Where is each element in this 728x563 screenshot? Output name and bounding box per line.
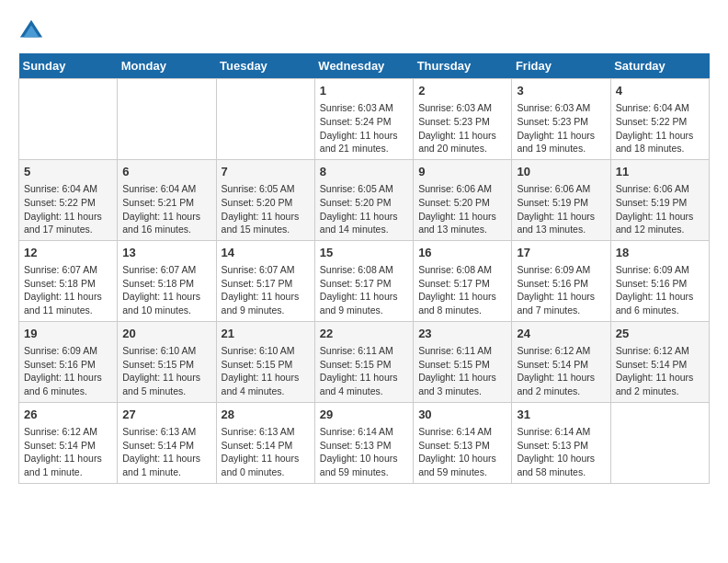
calendar-cell: 3Sunrise: 6:03 AMSunset: 5:23 PMDaylight… [512,79,610,160]
week-row-2: 5Sunrise: 6:04 AMSunset: 5:22 PMDaylight… [19,159,710,240]
day-header-sunday: Sunday [19,53,118,79]
calendar-cell: 11Sunrise: 6:06 AMSunset: 5:19 PMDayligh… [610,159,709,240]
calendar-cell: 17Sunrise: 6:09 AMSunset: 5:16 PMDayligh… [512,240,610,321]
day-number: 11 [616,164,704,180]
calendar-cell: 28Sunrise: 6:13 AMSunset: 5:14 PMDayligh… [216,402,314,483]
day-number: 7 [222,164,310,180]
calendar-cell: 10Sunrise: 6:06 AMSunset: 5:19 PMDayligh… [512,159,610,240]
day-info: Sunrise: 6:08 AMSunset: 5:17 PMDaylight:… [418,263,506,317]
day-info: Sunrise: 6:12 AMSunset: 5:14 PMDaylight:… [24,425,112,479]
day-number: 12 [24,245,112,261]
day-info: Sunrise: 6:11 AMSunset: 5:15 PMDaylight:… [320,344,408,398]
day-header-wednesday: Wednesday [314,53,413,79]
calendar-cell: 23Sunrise: 6:11 AMSunset: 5:15 PMDayligh… [414,321,512,402]
day-info: Sunrise: 6:06 AMSunset: 5:19 PMDaylight:… [517,182,605,236]
week-row-4: 19Sunrise: 6:09 AMSunset: 5:16 PMDayligh… [19,321,710,402]
day-info: Sunrise: 6:10 AMSunset: 5:15 PMDaylight:… [122,344,210,398]
day-number: 5 [24,164,112,180]
day-info: Sunrise: 6:06 AMSunset: 5:19 PMDaylight:… [616,182,704,236]
day-info: Sunrise: 6:13 AMSunset: 5:14 PMDaylight:… [222,425,310,479]
day-number: 19 [24,326,112,342]
calendar-cell: 30Sunrise: 6:14 AMSunset: 5:13 PMDayligh… [414,402,512,483]
day-info: Sunrise: 6:03 AMSunset: 5:23 PMDaylight:… [418,101,506,155]
day-number: 29 [320,407,408,423]
week-row-3: 12Sunrise: 6:07 AMSunset: 5:18 PMDayligh… [19,240,710,321]
day-info: Sunrise: 6:07 AMSunset: 5:18 PMDaylight:… [24,263,112,317]
day-number: 9 [418,164,506,180]
day-number: 26 [24,407,112,423]
day-info: Sunrise: 6:10 AMSunset: 5:15 PMDaylight:… [222,344,310,398]
page-header [18,18,710,44]
day-number: 13 [122,245,210,261]
day-info: Sunrise: 6:14 AMSunset: 5:13 PMDaylight:… [418,425,506,479]
day-info: Sunrise: 6:11 AMSunset: 5:15 PMDaylight:… [418,344,506,398]
calendar-cell: 4Sunrise: 6:04 AMSunset: 5:22 PMDaylight… [610,79,709,160]
day-info: Sunrise: 6:07 AMSunset: 5:17 PMDaylight:… [222,263,310,317]
day-info: Sunrise: 6:09 AMSunset: 5:16 PMDaylight:… [24,344,112,398]
calendar-cell: 2Sunrise: 6:03 AMSunset: 5:23 PMDaylight… [414,79,512,160]
day-number: 24 [517,326,605,342]
day-number: 22 [320,326,408,342]
day-number: 28 [222,407,310,423]
calendar-cell: 5Sunrise: 6:04 AMSunset: 5:22 PMDaylight… [19,159,118,240]
logo [18,18,48,44]
day-header-tuesday: Tuesday [216,53,314,79]
day-number: 21 [222,326,310,342]
calendar-cell: 1Sunrise: 6:03 AMSunset: 5:24 PMDaylight… [314,79,413,160]
calendar-cell: 14Sunrise: 6:07 AMSunset: 5:17 PMDayligh… [216,240,314,321]
calendar-cell: 7Sunrise: 6:05 AMSunset: 5:20 PMDaylight… [216,159,314,240]
calendar-cell: 6Sunrise: 6:04 AMSunset: 5:21 PMDaylight… [118,159,216,240]
day-number: 10 [517,164,605,180]
calendar-cell [118,79,216,160]
logo-icon [18,18,44,44]
calendar-cell [610,402,709,483]
calendar-cell: 15Sunrise: 6:08 AMSunset: 5:17 PMDayligh… [314,240,413,321]
day-header-thursday: Thursday [414,53,512,79]
day-info: Sunrise: 6:05 AMSunset: 5:20 PMDaylight:… [222,182,310,236]
day-number: 18 [616,245,704,261]
calendar-cell: 22Sunrise: 6:11 AMSunset: 5:15 PMDayligh… [314,321,413,402]
day-info: Sunrise: 6:12 AMSunset: 5:14 PMDaylight:… [517,344,605,398]
calendar-cell: 24Sunrise: 6:12 AMSunset: 5:14 PMDayligh… [512,321,610,402]
day-info: Sunrise: 6:09 AMSunset: 5:16 PMDaylight:… [517,263,605,317]
day-info: Sunrise: 6:12 AMSunset: 5:14 PMDaylight:… [616,344,704,398]
day-number: 20 [122,326,210,342]
week-row-1: 1Sunrise: 6:03 AMSunset: 5:24 PMDaylight… [19,79,710,160]
day-info: Sunrise: 6:06 AMSunset: 5:20 PMDaylight:… [418,182,506,236]
calendar-cell: 8Sunrise: 6:05 AMSunset: 5:20 PMDaylight… [314,159,413,240]
day-number: 31 [517,407,605,423]
day-header-saturday: Saturday [610,53,709,79]
calendar-cell: 29Sunrise: 6:14 AMSunset: 5:13 PMDayligh… [314,402,413,483]
day-info: Sunrise: 6:05 AMSunset: 5:20 PMDaylight:… [320,182,408,236]
day-number: 2 [418,83,506,99]
day-info: Sunrise: 6:07 AMSunset: 5:18 PMDaylight:… [122,263,210,317]
calendar-table: SundayMondayTuesdayWednesdayThursdayFrid… [18,53,710,484]
calendar-cell: 19Sunrise: 6:09 AMSunset: 5:16 PMDayligh… [19,321,118,402]
calendar-cell: 20Sunrise: 6:10 AMSunset: 5:15 PMDayligh… [118,321,216,402]
calendar-cell: 12Sunrise: 6:07 AMSunset: 5:18 PMDayligh… [19,240,118,321]
day-header-monday: Monday [118,53,216,79]
week-row-5: 26Sunrise: 6:12 AMSunset: 5:14 PMDayligh… [19,402,710,483]
day-info: Sunrise: 6:03 AMSunset: 5:24 PMDaylight:… [320,101,408,155]
day-header-row: SundayMondayTuesdayWednesdayThursdayFrid… [19,53,710,79]
day-info: Sunrise: 6:04 AMSunset: 5:22 PMDaylight:… [616,101,704,155]
day-number: 15 [320,245,408,261]
day-number: 8 [320,164,408,180]
day-info: Sunrise: 6:03 AMSunset: 5:23 PMDaylight:… [517,101,605,155]
day-number: 23 [418,326,506,342]
day-number: 3 [517,83,605,99]
day-number: 30 [418,407,506,423]
calendar-cell: 27Sunrise: 6:13 AMSunset: 5:14 PMDayligh… [118,402,216,483]
day-number: 14 [222,245,310,261]
day-info: Sunrise: 6:13 AMSunset: 5:14 PMDaylight:… [122,425,210,479]
calendar-cell: 16Sunrise: 6:08 AMSunset: 5:17 PMDayligh… [414,240,512,321]
calendar-cell: 21Sunrise: 6:10 AMSunset: 5:15 PMDayligh… [216,321,314,402]
calendar-cell: 25Sunrise: 6:12 AMSunset: 5:14 PMDayligh… [610,321,709,402]
calendar-cell: 31Sunrise: 6:14 AMSunset: 5:13 PMDayligh… [512,402,610,483]
day-number: 1 [320,83,408,99]
day-info: Sunrise: 6:14 AMSunset: 5:13 PMDaylight:… [320,425,408,479]
day-info: Sunrise: 6:04 AMSunset: 5:22 PMDaylight:… [24,182,112,236]
day-info: Sunrise: 6:04 AMSunset: 5:21 PMDaylight:… [122,182,210,236]
calendar-cell: 18Sunrise: 6:09 AMSunset: 5:16 PMDayligh… [610,240,709,321]
day-number: 27 [122,407,210,423]
